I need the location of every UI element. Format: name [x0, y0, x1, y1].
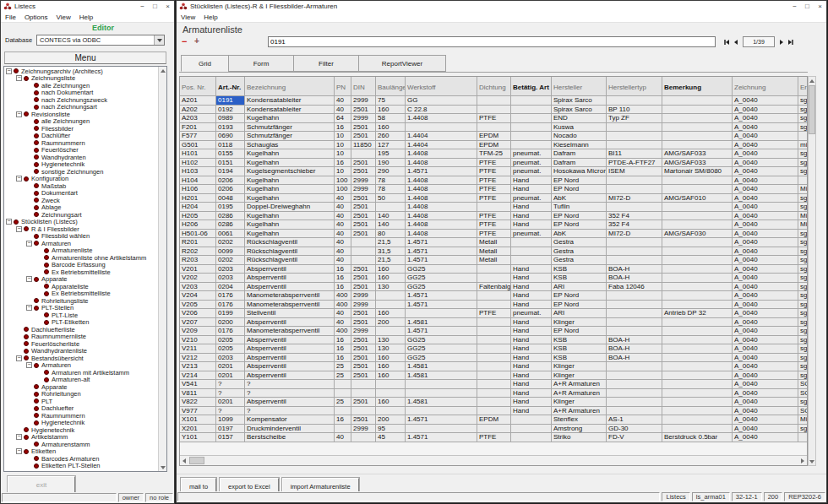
minimize-icon[interactable]: −: [136, 1, 149, 12]
grid-cell[interactable]: A_0040: [733, 185, 798, 194]
grid-cell[interactable]: A_0040: [733, 318, 798, 328]
grid-cell[interactable]: 95: [376, 425, 406, 434]
grid-cell[interactable]: sg: [798, 327, 808, 336]
grid-cell[interactable]: A_0040: [733, 176, 798, 186]
grid-cell[interactable]: 2999: [351, 301, 376, 310]
grid-cell[interactable]: A_0040: [733, 309, 798, 318]
grid-cell[interactable]: [477, 265, 511, 274]
grid-cell[interactable]: 10: [335, 167, 351, 176]
grid-cell[interactable]: 2501: [351, 194, 376, 203]
grid-cell[interactable]: SC: [798, 389, 808, 398]
grid-cell[interactable]: Mi: [798, 212, 808, 221]
grid-cell[interactable]: sg: [798, 318, 808, 328]
grid-cell[interactable]: [351, 247, 376, 257]
grid-cell[interactable]: F577: [180, 132, 216, 141]
tree-item-dachl-fter[interactable]: Dachlüfter: [4, 133, 158, 140]
tree-item-zeichnungsliste[interactable]: −Zeichnungsliste: [4, 75, 158, 83]
grid-cell[interactable]: [477, 354, 511, 363]
vertical-scrollbar[interactable]: [808, 76, 816, 466]
grid-cell[interactable]: [477, 274, 511, 283]
grid-cell[interactable]: 2999: [351, 185, 376, 194]
tree-item-etiketten[interactable]: −Etiketten: [4, 448, 158, 456]
grid-cell[interactable]: 0048: [216, 194, 245, 203]
grid-cell[interactable]: [662, 220, 733, 230]
menu-item-options[interactable]: Options: [20, 14, 52, 21]
grid-cell[interactable]: 64: [335, 114, 351, 123]
grid-cell[interactable]: A_0040: [733, 247, 798, 257]
grid-cell[interactable]: Druckminderventil: [245, 425, 335, 434]
grid-cell[interactable]: V202: [180, 274, 216, 283]
grid-cell[interactable]: 31,5: [376, 247, 406, 257]
grid-cell[interactable]: [477, 344, 511, 354]
grid-cell[interactable]: GG25: [406, 354, 477, 363]
grid-cell[interactable]: 2999: [351, 291, 376, 301]
grid-cell[interactable]: [662, 96, 733, 106]
grid-cell[interactable]: 21,5: [376, 256, 406, 265]
grid-cell[interactable]: ARI: [552, 309, 607, 318]
grid-cell[interactable]: 16: [335, 283, 351, 292]
grid-cell[interactable]: A_0040: [733, 380, 798, 389]
grid-cell[interactable]: [477, 407, 511, 416]
grid-cell[interactable]: sg: [798, 114, 808, 123]
grid-cell[interactable]: sg: [798, 309, 808, 318]
grid-cell[interactable]: Manometerabsperrventil: [245, 301, 335, 310]
grid-cell[interactable]: [406, 425, 477, 434]
grid-cell[interactable]: X201: [180, 425, 216, 434]
tree-item-barcodes-armaturen[interactable]: Barcodes Armaturen: [4, 455, 158, 463]
grid-cell[interactable]: Antrieb DP 32: [662, 309, 733, 318]
grid-cell[interactable]: sg: [798, 274, 808, 283]
grid-cell[interactable]: 1.4571: [406, 415, 477, 425]
tree-item-fliessbild-w-hlen[interactable]: Fliessbild wählen: [4, 233, 158, 241]
grid-cell[interactable]: PTFE: [477, 185, 511, 194]
grid-cell[interactable]: 0157: [216, 433, 245, 442]
grid-cell[interactable]: 1.4408: [406, 114, 477, 123]
grid-cell[interactable]: [351, 433, 376, 442]
tree-item-apparate[interactable]: −Apparate: [4, 276, 158, 284]
grid-cell[interactable]: [662, 274, 733, 283]
grid-cell[interactable]: A_0040: [733, 212, 798, 221]
grid-cell[interactable]: BP 110: [607, 106, 662, 115]
grid-cell[interactable]: [477, 362, 511, 371]
grid-cell[interactable]: G501: [180, 141, 216, 150]
grid-cell[interactable]: 0286: [216, 212, 245, 221]
grid-cell[interactable]: 190: [376, 159, 406, 168]
grid-cell[interactable]: [607, 123, 662, 133]
grid-cell[interactable]: V811: [180, 389, 216, 398]
grid-cell[interactable]: [335, 389, 351, 398]
grid-cell[interactable]: 2501: [351, 415, 376, 425]
grid-cell[interactable]: GG: [406, 96, 477, 106]
grid-cell[interactable]: 0286: [216, 220, 245, 230]
grid-cell[interactable]: 40: [335, 106, 351, 115]
grid-cell[interactable]: PTDE-A-FTF27: [607, 159, 662, 168]
scroll-up-icon[interactable]: [159, 67, 166, 74]
grid-cell[interactable]: 2501: [351, 203, 376, 212]
grid-cell[interactable]: [662, 425, 733, 434]
collapse-expander-icon[interactable]: −: [26, 305, 32, 311]
grid-cell[interactable]: 200: [376, 318, 406, 328]
grid-cell[interactable]: 40: [335, 96, 351, 106]
grid-cell[interactable]: 2501: [351, 354, 376, 363]
tree-item-wandhydrantenliste[interactable]: Wandhydrantenliste: [4, 348, 158, 355]
grid-cell[interactable]: PTFE: [477, 159, 511, 168]
grid-cell[interactable]: Berstdruck 0.5bar: [662, 433, 733, 442]
column-header-dichtung[interactable]: Dichtung: [477, 77, 511, 96]
grid-cell[interactable]: Stenflex: [552, 415, 607, 425]
grid-cell[interactable]: ?: [216, 389, 245, 398]
close-icon[interactable]: ×: [161, 1, 174, 12]
grid-cell[interactable]: AbK: [552, 230, 607, 239]
grid-cell[interactable]: A_0040: [733, 344, 798, 354]
grid-cell[interactable]: 352 F4: [607, 212, 662, 221]
grid-cell[interactable]: V207: [180, 318, 216, 328]
grid-cell[interactable]: [477, 106, 511, 115]
grid-cell[interactable]: Klinger: [552, 398, 607, 407]
grid-cell[interactable]: Absperrventil: [245, 283, 335, 292]
grid-cell[interactable]: EP Nord: [552, 185, 607, 194]
grid-cell[interactable]: [662, 398, 733, 407]
grid-cell[interactable]: PTFE: [477, 309, 511, 318]
grid-cell[interactable]: Kompensator: [245, 415, 335, 425]
tree-item-zeichnungsart[interactable]: Zeichnungsart: [4, 211, 158, 219]
grid-cell[interactable]: Manometerabsperrventil: [245, 291, 335, 301]
collapse-expander-icon[interactable]: −: [6, 68, 12, 74]
grid-cell[interactable]: GG25: [406, 283, 477, 292]
grid-cell[interactable]: Kugelsegmentschieber: [245, 167, 335, 176]
